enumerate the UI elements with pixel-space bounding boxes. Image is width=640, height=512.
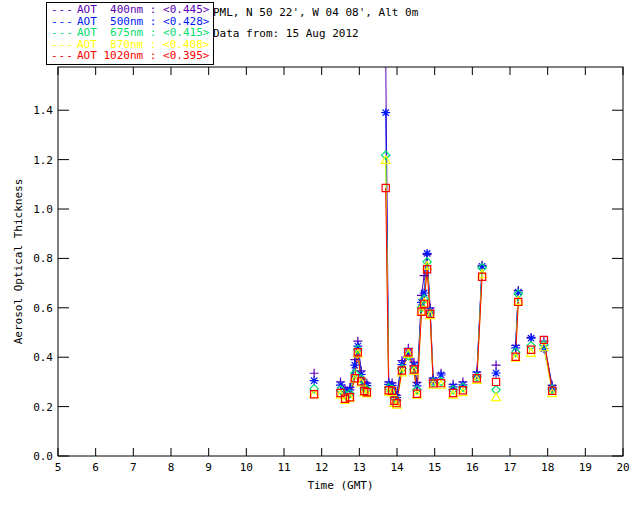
aot-chart: 5678910111213141516171819200.00.20.40.60…	[0, 0, 640, 512]
y-tick-label: 0.2	[33, 401, 53, 414]
x-tick-label: 11	[277, 461, 290, 474]
series-870nm	[341, 160, 553, 405]
x-tick-label: 19	[579, 461, 592, 474]
y-tick-label: 0.4	[33, 351, 53, 364]
x-tick-label: 16	[466, 461, 479, 474]
y-axis-label: Aerosol Optical Thickness	[12, 179, 25, 345]
x-tick-label: 15	[428, 461, 441, 474]
y-tick-label: 0.0	[33, 450, 53, 463]
series-500nm	[341, 113, 553, 398]
x-tick-label: 12	[315, 461, 328, 474]
series-675nm	[341, 155, 553, 401]
y-tick-label: 1.0	[33, 203, 53, 216]
y-tick-label: 0.8	[33, 252, 53, 265]
x-tick-label: 8	[168, 461, 175, 474]
aot-plot-page: 5678910111213141516171819200.00.20.40.60…	[0, 0, 640, 512]
x-tick-label: 6	[92, 461, 99, 474]
series-line-400nm	[341, 56, 553, 395]
y-tick-label: 1.4	[33, 104, 53, 117]
date-info: Data from: 15 Aug 2012	[213, 27, 359, 40]
legend-dash-icon: ---	[51, 50, 77, 62]
axes: 5678910111213141516171819200.00.20.40.60…	[12, 67, 630, 492]
y-tick-label: 0.6	[33, 302, 53, 315]
x-tick-label: 18	[541, 461, 554, 474]
legend-label: AOT 1020nm : <0.395>	[77, 49, 209, 62]
x-tick-label: 13	[353, 461, 366, 474]
legend-dash-icon: ---	[51, 4, 77, 16]
x-tick-label: 14	[390, 461, 404, 474]
x-tick-label: 5	[55, 461, 62, 474]
x-tick-label: 10	[240, 461, 253, 474]
series-line-870nm	[341, 160, 553, 405]
site-info: PML, N 50 22', W 04 08', Alt 0m	[213, 6, 418, 19]
y-tick-label: 1.2	[33, 154, 53, 167]
legend-item-1020nm: ---AOT 1020nm : <0.395>	[51, 50, 209, 62]
x-tick-label: 7	[130, 461, 137, 474]
x-axis-label: Time (GMT)	[307, 479, 373, 492]
x-tick-label: 17	[503, 461, 516, 474]
x-tick-label: 20	[616, 461, 629, 474]
legend-box: ---AOT 400nm : <0.445>---AOT 500nm : <0.…	[46, 2, 214, 65]
series-layer	[310, 51, 557, 408]
x-tick-label: 9	[205, 461, 212, 474]
series-line-500nm	[341, 113, 553, 398]
series-400nm	[341, 56, 553, 395]
series-line-675nm	[341, 155, 553, 401]
